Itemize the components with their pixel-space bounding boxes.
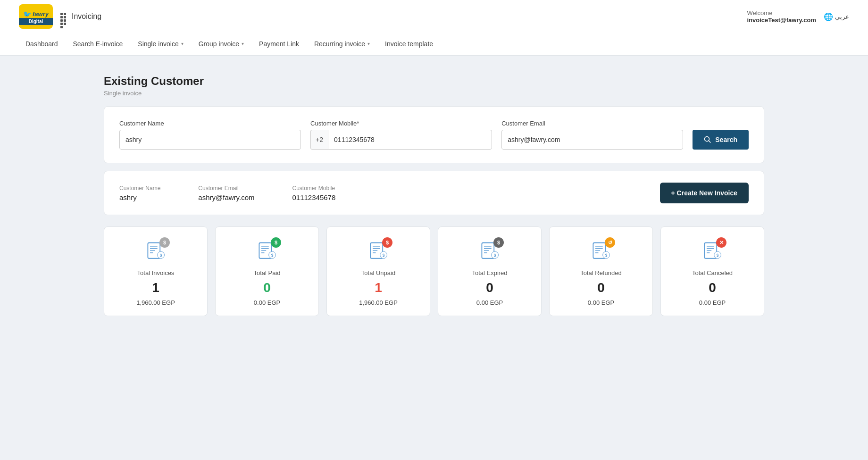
stat-card: $ $ Total Unpaid 1 1,960.00 EGP (326, 226, 430, 316)
nav-item-single-invoice[interactable]: Single invoice ▾ (131, 33, 190, 56)
breadcrumb: Single invoice (104, 90, 764, 97)
stat-card: $ $ Total Paid 0 0.00 EGP (215, 226, 319, 316)
customer-email-label: Customer Email (501, 120, 683, 127)
customer-email-input[interactable] (501, 130, 683, 150)
stat-badge: $ (159, 237, 170, 248)
stat-badge: ↺ (605, 237, 615, 248)
app-title-text: Invoicing (72, 12, 101, 21)
stat-card: $ $ Total Invoices 1 1,960.00 EGP (104, 226, 208, 316)
create-invoice-label: + Create New Invoice (671, 189, 737, 197)
stat-card: $ $ Total Expired 0 0.00 EGP (438, 226, 542, 316)
logo: 🐦 fawry Digital (19, 4, 53, 29)
nav-label-payment-link: Payment Link (259, 40, 299, 48)
stat-title: Total Invoices (137, 269, 175, 276)
stat-badge: $ (493, 237, 504, 248)
nav-item-dashboard[interactable]: Dashboard (19, 33, 65, 56)
customer-email-group: Customer Email (501, 120, 683, 150)
stat-icon-wrap: $ $ (476, 238, 503, 265)
customer-mobile-label: Customer Mobile* (310, 120, 492, 127)
stat-icon-wrap: $ $ (365, 238, 392, 265)
customer-name-label: Customer Name (119, 120, 301, 127)
result-email-label: Customer Email (198, 185, 254, 192)
customer-result-card: Customer Name ashry Customer Email ashry… (104, 171, 764, 215)
logo-brand-text: fawry (33, 10, 49, 17)
stat-icon-wrap: $ ↺ (588, 238, 614, 265)
stat-amount: 0.00 EGP (699, 299, 726, 306)
globe-icon: 🌐 (824, 12, 833, 21)
search-button-label: Search (715, 136, 737, 143)
nav-label-single-invoice: Single invoice (138, 40, 178, 48)
stat-card: $ ↺ Total Refunded 0 0.00 EGP (549, 226, 653, 316)
stat-icon-wrap: $ $ (142, 238, 169, 265)
svg-text:$: $ (271, 253, 274, 258)
svg-text:$: $ (717, 253, 719, 258)
nav-item-payment-link[interactable]: Payment Link (252, 33, 306, 56)
logo-bird-icon: 🐦 (23, 10, 31, 18)
customer-name-group: Customer Name (119, 120, 301, 150)
stat-count: 1 (152, 281, 159, 294)
page-title: Existing Customer (104, 75, 764, 88)
stat-title: Total Paid (253, 269, 280, 276)
nav-item-recurring-invoice[interactable]: Recurring invoice ▾ (308, 33, 376, 56)
stat-amount: 1,960.00 EGP (359, 299, 398, 306)
phone-group: +2 (310, 130, 492, 150)
stat-title: Total Refunded (580, 269, 621, 276)
result-name-value: ashry (119, 193, 160, 201)
stat-amount: 0.00 EGP (254, 299, 280, 306)
nav-label-group-invoice: Group invoice (199, 40, 239, 48)
svg-text:$: $ (605, 253, 608, 258)
welcome-block: Welcome invoiceTest@fawry.com (747, 9, 816, 24)
grid-icon (60, 13, 68, 20)
stat-count: 0 (486, 281, 493, 294)
customer-mobile-group: Customer Mobile* +2 (310, 120, 492, 150)
header-right: Welcome invoiceTest@fawry.com 🌐 عربي (747, 9, 849, 24)
nav-item-search-einvoice[interactable]: Search E-invoice (67, 33, 130, 56)
search-button[interactable]: Search (693, 130, 749, 150)
result-email-field: Customer Email ashry@fawry.com (198, 185, 254, 201)
stat-count: 0 (263, 281, 271, 294)
language-label: عربي (835, 13, 849, 20)
stat-title: Total Unpaid (361, 269, 395, 276)
user-email: invoiceTest@fawry.com (747, 17, 816, 24)
svg-text:$: $ (383, 253, 385, 258)
stat-amount: 0.00 EGP (476, 299, 503, 306)
stat-icon-wrap: $ ✕ (699, 238, 726, 265)
stat-amount: 1,960.00 EGP (136, 299, 175, 306)
result-mobile-value: 01112345678 (292, 193, 336, 201)
header: 🐦 fawry Digital Invoicing Welcome invoic… (0, 0, 868, 33)
result-fields: Customer Name ashry Customer Email ashry… (119, 185, 335, 201)
stat-title: Total Expired (472, 269, 507, 276)
result-mobile-label: Customer Mobile (292, 185, 336, 192)
stat-card: $ ✕ Total Canceled 0 0.00 EGP (660, 226, 764, 316)
navigation: Dashboard Search E-invoice Single invoic… (0, 33, 868, 56)
result-name-label: Customer Name (119, 185, 160, 192)
stat-amount: 0.00 EGP (588, 299, 614, 306)
svg-text:$: $ (494, 253, 496, 258)
result-email-value: ashry@fawry.com (198, 193, 254, 201)
customer-name-input[interactable] (119, 130, 301, 150)
nav-item-group-invoice[interactable]: Group invoice ▾ (192, 33, 250, 56)
stats-grid: $ $ Total Invoices 1 1,960.00 EGP $ $ T (104, 226, 764, 316)
welcome-label: Welcome (747, 9, 772, 17)
nav-item-invoice-template[interactable]: Invoice template (378, 33, 440, 56)
stat-count: 0 (709, 281, 716, 294)
customer-mobile-input[interactable] (328, 130, 492, 150)
chevron-down-icon: ▾ (242, 41, 244, 46)
chevron-down-icon: ▾ (367, 41, 370, 46)
stat-badge: $ (382, 237, 392, 248)
result-name-field: Customer Name ashry (119, 185, 160, 201)
create-new-invoice-button[interactable]: + Create New Invoice (660, 183, 749, 203)
logo-tagline: Digital (19, 18, 53, 25)
nav-label-recurring-invoice: Recurring invoice (314, 40, 365, 48)
search-form-card: Customer Name Customer Mobile* +2 Custom… (104, 106, 764, 163)
svg-line-1 (709, 141, 711, 143)
search-icon (704, 136, 711, 143)
nav-label-invoice-template: Invoice template (385, 40, 433, 48)
language-button[interactable]: 🌐 عربي (824, 12, 849, 21)
search-form-row: Customer Name Customer Mobile* +2 Custom… (119, 120, 749, 150)
stat-badge: $ (271, 237, 281, 248)
svg-text:$: $ (160, 253, 162, 258)
stat-icon-wrap: $ $ (254, 238, 280, 265)
stat-count: 1 (375, 281, 382, 294)
phone-prefix: +2 (310, 130, 328, 150)
